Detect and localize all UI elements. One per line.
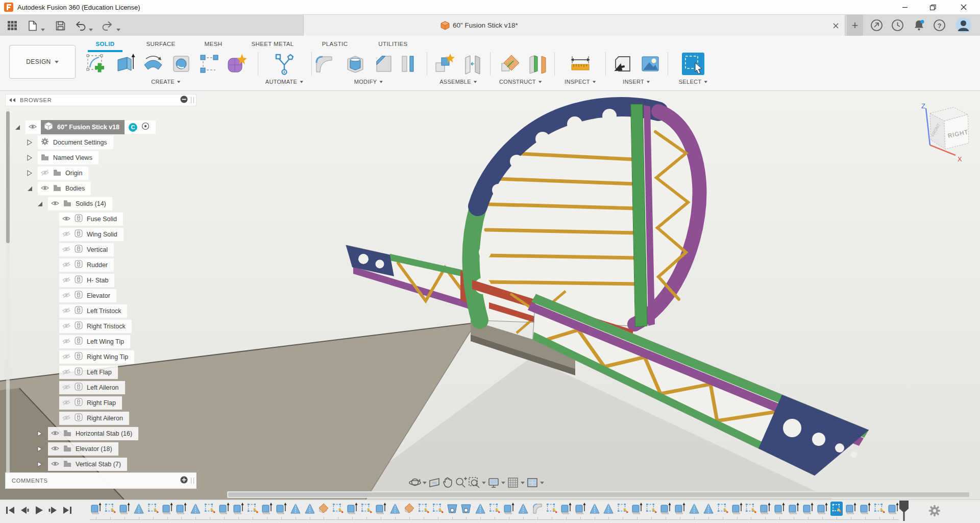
selected-root-component[interactable]: 60" Fusion Stick v18: [41, 120, 125, 134]
offset-face-tool[interactable]: [397, 52, 420, 76]
visibility-eye-off-icon[interactable]: [62, 352, 70, 362]
extensions-icon[interactable]: [870, 18, 884, 32]
timeline-feature-extrude[interactable]: [503, 502, 515, 516]
browser-tree-row-solids-14[interactable]: Solids (14): [5, 196, 197, 211]
close-button[interactable]: [949, 0, 977, 14]
expand-arrow-icon[interactable]: [37, 430, 43, 439]
file-menu-icon[interactable]: [27, 19, 39, 32]
timeline-feature-sketch[interactable]: [745, 502, 757, 516]
ribbon-tab-solid[interactable]: SOLID: [95, 41, 114, 47]
timeline-feature-sketch[interactable]: [432, 502, 444, 516]
browser-tree-row-left-flap[interactable]: Left Flap: [5, 365, 197, 380]
visibility-eye-off-icon[interactable]: [62, 414, 70, 423]
timeline-feature-extrude[interactable]: [773, 502, 786, 516]
expand-arrow-icon[interactable]: [27, 154, 33, 163]
visibility-eye-off-icon[interactable]: [62, 383, 70, 392]
expand-arrow-icon[interactable]: [37, 445, 43, 455]
browser-tree-row-elevator-18[interactable]: Elevator (18): [5, 441, 197, 457]
activate-component-radio-icon[interactable]: [141, 122, 150, 132]
create-form-tool[interactable]: [224, 52, 248, 76]
hscrollbar-thumb[interactable]: [228, 492, 969, 497]
viewports-icon[interactable]: [526, 476, 539, 489]
display-dropdown-caret[interactable]: [500, 476, 506, 489]
timeline-feature-extrude[interactable]: [631, 502, 643, 516]
collapse-arrow-icon[interactable]: [27, 185, 33, 194]
notifications-bell-icon[interactable]: [912, 18, 926, 32]
viewport-hscrollbar[interactable]: [227, 491, 977, 498]
expand-arrow-icon[interactable]: [37, 461, 43, 470]
help-icon[interactable]: ?: [933, 18, 946, 32]
visibility-eye-off-icon[interactable]: [62, 276, 70, 285]
user-avatar[interactable]: [955, 17, 971, 33]
group-label-modify[interactable]: MODIFY: [354, 79, 383, 85]
timeline-feature-sketch[interactable]: [332, 502, 344, 516]
timeline-feature-sketch[interactable]: [717, 502, 729, 516]
timeline-feature-sketch[interactable]: [147, 502, 159, 516]
timeline-step-back-button[interactable]: [18, 504, 31, 516]
ribbon-tab-utilities[interactable]: UTILITIES: [378, 41, 407, 47]
timeline-feature-hole[interactable]: [446, 502, 458, 516]
new-document-tab-button[interactable]: +: [847, 15, 863, 36]
offset-plane-tool[interactable]: [525, 52, 549, 76]
visibility-eye-off-icon[interactable]: [62, 368, 70, 377]
timeline-feature-extrude[interactable]: [802, 502, 814, 516]
visibility-eye-off-icon[interactable]: [41, 169, 49, 178]
visibility-eye-icon[interactable]: [51, 429, 59, 438]
browser-tree-row-vertical[interactable]: Vertical: [5, 242, 197, 257]
workspace-selector-button[interactable]: DESIGN: [9, 45, 76, 79]
timeline-feature-extrude[interactable]: [574, 502, 586, 516]
timeline-feature-mirror[interactable]: [702, 502, 715, 516]
browser-tree-row-left-wing-tip[interactable]: Left Wing Tip: [5, 334, 197, 349]
visibility-eye-icon[interactable]: [51, 199, 59, 208]
timeline-feature-extrude[interactable]: [175, 502, 187, 516]
comments-drag-grip[interactable]: [191, 478, 194, 484]
visibility-eye-off-icon[interactable]: [62, 398, 70, 408]
timeline-feature-mirror[interactable]: [304, 502, 316, 516]
timeline-feature-mirror[interactable]: [589, 502, 601, 516]
fit-zoom-window-icon[interactable]: [468, 476, 481, 489]
timeline-feature-extrude[interactable]: [560, 502, 572, 516]
orbit-dropdown-caret[interactable]: [422, 476, 428, 489]
timeline-feature-extrude[interactable]: [659, 502, 672, 516]
collapse-arrow-icon[interactable]: [14, 124, 21, 133]
visibility-eye-off-icon[interactable]: [62, 322, 70, 331]
timeline-feature-extrude[interactable]: [859, 502, 871, 516]
browser-tree-row-wing-solid[interactable]: Wing Solid: [5, 227, 197, 242]
browser-tree-row-right-tristock[interactable]: Right Tristock: [5, 319, 197, 334]
group-label-insert[interactable]: INSERT: [623, 79, 650, 85]
automate-tool[interactable]: [273, 52, 296, 76]
timeline-feature-plane[interactable]: [317, 502, 330, 516]
browser-drag-grip[interactable]: [191, 97, 194, 103]
new-component-tool[interactable]: [432, 52, 456, 76]
chamfer-tool[interactable]: [372, 52, 395, 76]
undo-dropdown-caret[interactable]: [89, 24, 93, 33]
timeline-feature-extrude[interactable]: [232, 502, 244, 516]
timeline-feature-hole[interactable]: [460, 502, 472, 516]
timeline-feature-mirror[interactable]: [602, 502, 615, 516]
browser-tree-row-60-fusion-stick-v18[interactable]: 60" Fusion Stick v18C: [5, 120, 197, 135]
timeline-feature-extrude[interactable]: [788, 502, 800, 516]
timeline-go-to-start-button[interactable]: [4, 504, 16, 516]
group-label-assemble[interactable]: ASSEMBLE: [439, 79, 477, 85]
viewports-dropdown-caret[interactable]: [539, 476, 545, 489]
timeline-feature-extrude[interactable]: [759, 502, 771, 516]
timeline-feature-extrude[interactable]: [261, 502, 273, 516]
browser-tree-row-horizontal-stab-16[interactable]: Horizontal Stab (16): [5, 426, 197, 441]
comments-bar[interactable]: COMMENTS: [5, 472, 197, 489]
browser-tree-row-named-views[interactable]: Named Views: [5, 150, 197, 165]
viewcube[interactable]: FRONT RIGHT Z X: [912, 98, 980, 170]
timeline-feature-sketch[interactable]: [204, 502, 216, 516]
timeline-feature-sketch[interactable]: [645, 502, 657, 516]
timeline-feature-sketch[interactable]: [546, 502, 558, 516]
orbit-icon[interactable]: [408, 476, 422, 489]
visibility-eye-off-icon[interactable]: [62, 230, 70, 239]
visibility-eye-icon[interactable]: [51, 444, 59, 454]
app-grid-menu-icon[interactable]: [6, 19, 18, 32]
cloud-sync-badge[interactable]: C: [129, 123, 137, 132]
timeline-feature-extrude[interactable]: [118, 502, 131, 516]
timeline-feature-mirror[interactable]: [189, 502, 202, 516]
timeline-feature-extrude[interactable]: [275, 502, 287, 516]
timeline-step-forward-button[interactable]: [47, 504, 59, 516]
timeline-feature-extrude[interactable]: [90, 502, 102, 516]
timeline-feature-extrude[interactable]: [731, 502, 743, 516]
